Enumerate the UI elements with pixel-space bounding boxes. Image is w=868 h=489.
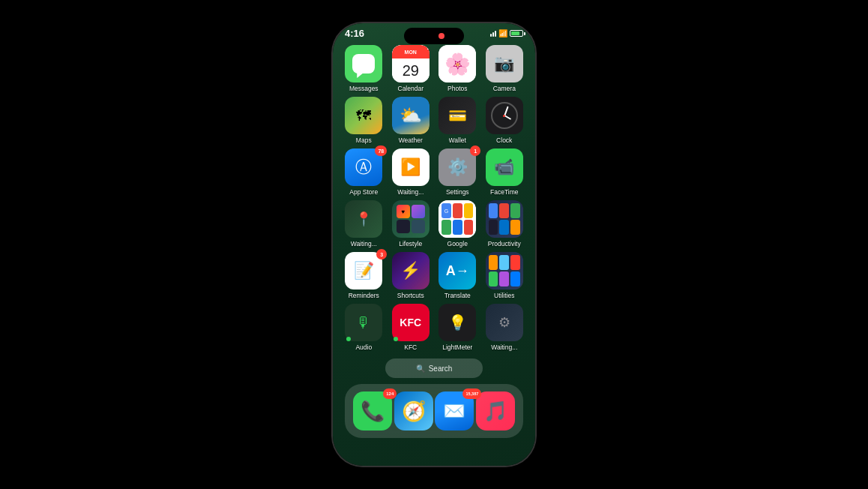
- app-item-lifestyle[interactable]: ♥ Lifestyle: [389, 200, 433, 248]
- status-bar: 4:16 📶: [333, 23, 535, 42]
- weather-icon[interactable]: ⛅: [392, 97, 430, 134]
- music-icon[interactable]: 🎵: [476, 392, 515, 430]
- calendar-icon[interactable]: MON 29 2: [392, 45, 430, 82]
- app-item-luxmeter[interactable]: 💡 LightMeter: [435, 304, 480, 351]
- app-item-calendar[interactable]: MON 29 2 Calendar: [389, 45, 433, 92]
- app-item-weather[interactable]: ⛅ Weather: [389, 97, 433, 144]
- app-item-messages[interactable]: Messages: [342, 45, 386, 92]
- maps-icon[interactable]: 🗺: [345, 97, 382, 134]
- app-item-shortcuts[interactable]: ⚡ Shortcuts: [389, 252, 433, 299]
- app-item-clock[interactable]: Clock: [483, 97, 527, 144]
- waiting2-label: Waiting...: [491, 344, 517, 351]
- kfc-icon[interactable]: KFC: [392, 304, 430, 341]
- audio-dot: [346, 337, 351, 341]
- app-item-translate[interactable]: A→ Translate: [435, 252, 480, 299]
- photos-label: Photos: [447, 85, 467, 92]
- settings-badge: 1: [470, 146, 480, 156]
- app-item-reminders[interactable]: 📝 3 Reminders: [342, 252, 386, 299]
- facetime-icon[interactable]: 📹: [486, 148, 523, 186]
- settings-icon[interactable]: ⚙️ 1: [438, 148, 476, 186]
- app-item-utilities[interactable]: Utilities: [483, 252, 527, 299]
- translate-label: Translate: [444, 292, 471, 299]
- safari-icon[interactable]: 🧭: [394, 392, 433, 430]
- home-screen: Messages MON 29 2 Calendar: [333, 42, 535, 438]
- waiting1-icon[interactable]: 📍: [345, 200, 382, 238]
- maps-label: Maps: [356, 136, 372, 144]
- calendar-date: 29: [392, 58, 430, 82]
- clock-icon[interactable]: [486, 97, 523, 134]
- appstore-label: App Store: [349, 188, 378, 196]
- calendar-label: Calendar: [398, 85, 424, 92]
- youtube-icon[interactable]: ▶️: [392, 148, 430, 186]
- audio-icon[interactable]: 🎙: [345, 304, 382, 341]
- luxmeter-icon[interactable]: 💡: [438, 304, 476, 341]
- app-grid: Messages MON 29 2 Calendar: [339, 45, 529, 351]
- mail-badge: 15,387: [462, 388, 481, 399]
- translate-icon[interactable]: A→: [438, 252, 476, 290]
- shortcuts-label: Shortcuts: [397, 292, 424, 299]
- utilities-label: Utilities: [494, 292, 514, 299]
- app-item-photos[interactable]: 🌸 Photos: [435, 45, 480, 92]
- search-label: Search: [429, 364, 453, 373]
- facetime-label: FaceTime: [490, 188, 518, 196]
- messages-icon[interactable]: [345, 45, 382, 82]
- waiting2-icon[interactable]: ⚙: [486, 304, 523, 341]
- app-item-audio[interactable]: 🎙 Audio: [342, 304, 386, 351]
- wifi-icon: 📶: [498, 29, 507, 38]
- kfc-label: KFC: [404, 344, 417, 351]
- lifestyle-icon[interactable]: ♥: [392, 200, 430, 238]
- luxmeter-label: LightMeter: [442, 344, 472, 351]
- dock: 📞 124 🧭 ✉️ 15,387 🎵: [345, 384, 523, 438]
- productivity-label: Productivity: [488, 240, 521, 248]
- app-item-youtube[interactable]: ▶️ Waiting...: [389, 148, 433, 196]
- app-item-productivity[interactable]: Productivity: [483, 200, 527, 248]
- app-item-settings[interactable]: ⚙️ 1 Settings: [435, 148, 480, 196]
- dock-app-music[interactable]: 🎵: [476, 392, 515, 430]
- dock-app-mail[interactable]: ✉️ 15,387: [435, 392, 474, 430]
- camera-label: Camera: [493, 85, 516, 92]
- wallet-icon[interactable]: 💳: [438, 97, 476, 134]
- camera-icon[interactable]: 📷: [486, 45, 523, 82]
- youtube-label: Waiting...: [397, 188, 424, 196]
- weather-label: Weather: [399, 136, 423, 144]
- app-item-kfc[interactable]: KFC KFC: [389, 304, 433, 351]
- app-item-wallet[interactable]: 💳 Wallet: [435, 97, 480, 144]
- reminders-badge: 3: [376, 249, 387, 260]
- app-item-waiting1[interactable]: 📍 Waiting...: [342, 200, 386, 248]
- phone-frame: 4:16 📶 Messages: [333, 23, 535, 466]
- appstore-icon[interactable]: Ⓐ 78: [345, 148, 382, 186]
- wallet-label: Wallet: [449, 136, 466, 144]
- shortcuts-icon[interactable]: ⚡: [392, 252, 430, 290]
- dock-app-phone[interactable]: 📞 124: [353, 392, 392, 430]
- app-item-facetime[interactable]: 📹 FaceTime: [483, 148, 527, 196]
- app-item-maps[interactable]: 🗺 Maps: [342, 97, 386, 144]
- productivity-icon[interactable]: [486, 200, 523, 238]
- status-time: 4:16: [345, 28, 364, 39]
- reminders-icon[interactable]: 📝 3: [345, 252, 382, 290]
- settings-label: Settings: [446, 188, 469, 196]
- app-item-google[interactable]: G Google: [435, 200, 480, 248]
- reminders-label: Reminders: [349, 292, 379, 299]
- app-item-appstore[interactable]: Ⓐ 78 App Store: [342, 148, 386, 196]
- app-item-waiting2[interactable]: ⚙ Waiting...: [483, 304, 527, 351]
- mail-icon[interactable]: ✉️ 15,387: [435, 392, 474, 430]
- clock-label: Clock: [496, 136, 512, 144]
- phone-badge: 124: [383, 388, 397, 399]
- dynamic-island-dot: [438, 33, 444, 39]
- messages-label: Messages: [349, 85, 379, 92]
- dock-app-safari[interactable]: 🧭: [394, 392, 433, 430]
- waiting1-label: Waiting...: [351, 240, 377, 248]
- signal-icon: [490, 31, 496, 37]
- kfc-dot: [394, 337, 398, 341]
- search-bar[interactable]: 🔍 Search: [385, 358, 483, 378]
- battery-icon: [510, 30, 523, 37]
- phone-icon[interactable]: 📞 124: [353, 392, 392, 430]
- app-item-camera[interactable]: 📷 Camera: [483, 45, 527, 92]
- search-icon: 🔍: [416, 364, 425, 373]
- google-icon[interactable]: G: [438, 200, 476, 238]
- lifestyle-label: Lifestyle: [399, 240, 422, 248]
- calendar-day: MON: [405, 50, 417, 55]
- photos-icon[interactable]: 🌸: [438, 45, 476, 82]
- dynamic-island: [404, 28, 464, 44]
- utilities-icon[interactable]: [486, 252, 523, 290]
